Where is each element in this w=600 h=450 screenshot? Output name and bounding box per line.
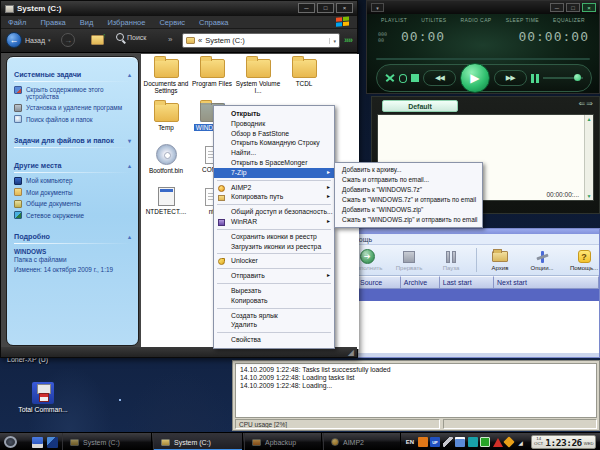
go-button[interactable]: »»	[344, 35, 352, 45]
menu-unlocker[interactable]: Unlocker	[214, 256, 334, 266]
expand-icon[interactable]: ▾	[128, 137, 131, 144]
player-minimize-button[interactable]: ─	[550, 3, 564, 12]
quicklaunch-totalcommander-icon[interactable]	[47, 437, 58, 448]
menu-create-shortcut[interactable]: Создать ярлык	[214, 311, 334, 321]
previous-button[interactable]: ◀◀	[423, 70, 456, 86]
menu-service[interactable]: Сервис	[152, 18, 192, 27]
backup-options-button[interactable]: Опции...	[522, 249, 562, 271]
file-program-files[interactable]: Program Files	[189, 56, 235, 87]
next-tab-icon[interactable]: ⇒	[586, 99, 594, 108]
file-ntdetect[interactable]: NTDETECT....	[143, 184, 189, 215]
tray-icon-alert[interactable]	[493, 438, 503, 447]
search-button[interactable]: Поиск	[116, 33, 146, 41]
column-source[interactable]: Source	[357, 276, 401, 289]
backup-pause-button[interactable]: Пауза	[431, 249, 471, 271]
tray-icon-volume[interactable]: ◢	[516, 437, 526, 447]
volume-slider[interactable]	[543, 73, 583, 83]
sleep-time-button[interactable]: SLEEP TIME	[506, 17, 539, 23]
menu-load-icons[interactable]: Загрузить иконки из реестра	[214, 242, 334, 252]
scroll-up-icon[interactable]: ▲	[585, 116, 593, 122]
back-dropdown-icon[interactable]: ▾	[48, 37, 51, 43]
radio-cap-button[interactable]: RADIO CAP	[461, 17, 492, 23]
menu-copy[interactable]: Копировать	[214, 296, 334, 306]
menu-spacemonger[interactable]: Открыть в SpaceMonger	[214, 158, 334, 168]
menu-delete[interactable]: Удалить	[214, 320, 334, 330]
stop-button[interactable]	[411, 74, 419, 82]
back-button[interactable]: ← Назад ▾	[6, 32, 51, 48]
submenu-add-zip[interactable]: Добавить к "WINDOWS.zip"	[335, 205, 482, 215]
column-last-start[interactable]: Last start	[440, 276, 494, 289]
start-button[interactable]	[4, 436, 17, 448]
submenu-compress-7z-email[interactable]: Сжать в "WINDOWS.7z" и отправить по emai…	[335, 195, 482, 205]
menu-7zip[interactable]: 7-Zip▸	[214, 168, 334, 178]
submenu-compress-zip-email[interactable]: Сжать в "WINDOWS.zip" и отправить по ema…	[335, 215, 482, 225]
utilites-button[interactable]: UTILITES	[421, 17, 446, 23]
sidebar-item-shared-documents[interactable]: Общие документы	[14, 200, 131, 208]
menu-faststone[interactable]: Обзор в FastStone	[214, 129, 334, 139]
collapse-icon[interactable]: ▴	[128, 162, 131, 169]
playlist-button[interactable]: PLAYLIST	[381, 17, 407, 23]
resize-grip[interactable]: ◢	[348, 348, 354, 357]
play-button[interactable]: ▶	[460, 63, 490, 93]
menu-properties[interactable]: Свойства	[214, 335, 334, 345]
menu-winrar[interactable]: WinRAR▸	[214, 217, 334, 227]
sidebar-item-my-documents[interactable]: Мои документы	[14, 189, 131, 197]
menu-explorer[interactable]: Проводник	[214, 119, 334, 129]
sidebar-item-hide-contents[interactable]: Скрыть содержимое этого устройства	[14, 86, 131, 100]
address-dropdown-icon[interactable]: ▾	[329, 38, 336, 44]
toolbar-overflow-icon[interactable]: »	[168, 35, 172, 44]
menu-edit[interactable]: Правка	[33, 18, 72, 27]
backup-archive-button[interactable]: Архив	[480, 249, 520, 271]
language-indicator[interactable]: EN	[405, 437, 415, 447]
file-temp[interactable]: Temp	[143, 100, 189, 131]
column-next-start[interactable]: Next start	[494, 276, 599, 289]
player-maximize-button[interactable]: □	[566, 3, 580, 12]
close-button[interactable]: ×	[336, 3, 353, 13]
backup-selected-row[interactable]	[357, 289, 599, 301]
repeat-button[interactable]	[399, 74, 408, 83]
sidebar-item-search-files[interactable]: Поиск файлов и папок	[14, 116, 131, 124]
backup-abort-button[interactable]: Прервать	[389, 249, 429, 271]
total-commander-label[interactable]: Total Comman...	[14, 406, 72, 414]
shuffle-button[interactable]	[385, 73, 395, 83]
tray-icon-green[interactable]	[480, 437, 490, 447]
menu-open[interactable]: Открыть	[214, 109, 334, 119]
menu-copy-path[interactable]: Копировать путь▸	[214, 192, 334, 202]
next-button[interactable]: ▶▶	[494, 70, 527, 86]
sidebar-item-my-computer[interactable]: Мой компьютер	[14, 177, 131, 185]
address-bar[interactable]: « System (C:) ▾	[182, 33, 340, 48]
volume-knob[interactable]	[574, 74, 581, 81]
menu-favorites[interactable]: Избранное	[100, 18, 152, 27]
maximize-button[interactable]: □	[317, 3, 334, 13]
collapse-icon[interactable]: ▴	[128, 71, 131, 78]
tray-icon-pencil[interactable]	[443, 437, 453, 447]
tray-icon-sync[interactable]	[468, 437, 478, 447]
scroll-down-icon[interactable]: ▼	[585, 193, 593, 199]
playlist-nav-arrows[interactable]: ⇐⇒	[579, 99, 594, 108]
total-commander-icon[interactable]	[32, 382, 54, 404]
player-menu-icon[interactable]: ▾	[371, 3, 384, 12]
collapse-icon[interactable]: ▴	[128, 233, 131, 240]
seek-bar[interactable]	[376, 58, 590, 60]
menu-send-to[interactable]: Отправить▸	[214, 271, 334, 281]
file-documents-and-settings[interactable]: Documents and Settings	[143, 56, 189, 95]
playlist-scrollbar[interactable]: ▲ ▼	[584, 115, 593, 200]
menu-sharing-security[interactable]: Общий доступ и безопасность...	[214, 207, 334, 217]
task-apbackup[interactable]: Apbackup	[244, 433, 322, 450]
task-aimp2[interactable]: AIMP2	[323, 433, 401, 450]
menu-command-line[interactable]: Открыть Командную Строку	[214, 138, 334, 148]
backup-help-button[interactable]: ? Помощь...	[564, 249, 600, 271]
playlist-tab-default[interactable]: Default	[382, 100, 458, 112]
file-tcdl[interactable]: TCDL	[281, 56, 327, 87]
menu-view[interactable]: Вид	[73, 18, 101, 27]
tray-icon-diamond[interactable]	[503, 436, 514, 447]
column-archive[interactable]: Archive	[401, 276, 440, 289]
equalizer-button[interactable]: EQUALIZER	[553, 17, 585, 23]
up-folder-icon[interactable]	[91, 35, 104, 45]
menu-save-icons[interactable]: Сохранить иконки в реестр	[214, 232, 334, 242]
menu-aimp2[interactable]: AIMP2▸	[214, 183, 334, 193]
tray-icon-document[interactable]	[455, 437, 465, 447]
tray-icon-orange[interactable]	[418, 437, 428, 447]
sidebar-item-network[interactable]: Сетевое окружение	[14, 212, 131, 220]
player-close-button[interactable]: ×	[582, 3, 596, 12]
